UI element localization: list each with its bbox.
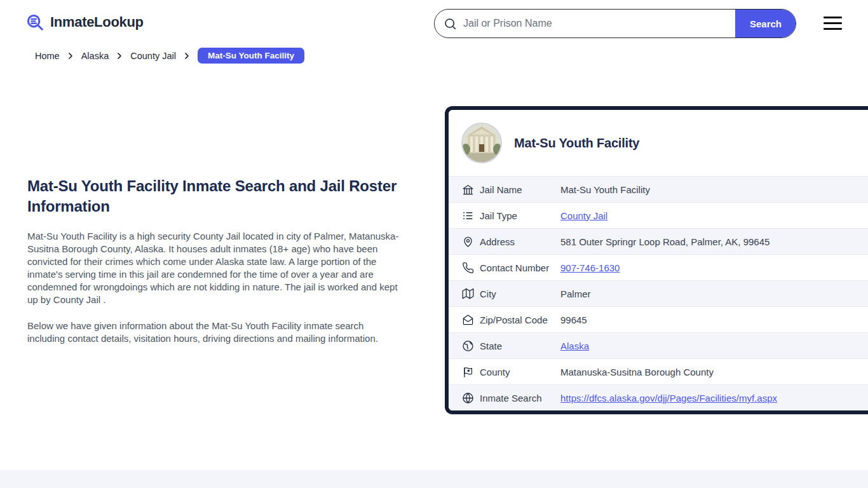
row-label: Inmate Search bbox=[480, 393, 560, 403]
county-value: Matanuska-Susitna Borough County bbox=[560, 367, 714, 377]
row-label: Jail Type bbox=[480, 210, 560, 221]
chevron-right-icon bbox=[183, 52, 191, 60]
table-row: Zip/Postal Code 99645 bbox=[449, 306, 868, 332]
footer-strip bbox=[0, 470, 868, 488]
list-icon bbox=[461, 209, 474, 222]
table-row: Jail Name Mat-Su Youth Facility bbox=[449, 176, 868, 202]
table-row: City Palmer bbox=[449, 280, 868, 306]
article-paragraph-2: Below we have given information about th… bbox=[27, 320, 403, 345]
jail-name-value: Mat-Su Youth Facility bbox=[560, 184, 650, 195]
row-label: Jail Name bbox=[480, 184, 560, 195]
row-label: Zip/Postal Code bbox=[480, 315, 560, 325]
search-bar: Search bbox=[434, 9, 796, 38]
article: Mat-Su Youth Facility Inmate Search and … bbox=[27, 176, 403, 345]
facility-card: Mat-Su Youth Facility Jail Name Mat-Su Y… bbox=[445, 106, 868, 414]
map-pin-icon bbox=[461, 235, 474, 248]
mail-icon bbox=[461, 313, 474, 326]
row-label: Address bbox=[480, 236, 560, 247]
facility-info-table: Jail Name Mat-Su Youth Facility Jail Typ… bbox=[449, 176, 868, 410]
jail-type-value[interactable]: County Jail bbox=[560, 210, 607, 221]
state-value[interactable]: Alaska bbox=[560, 341, 589, 351]
chevron-right-icon bbox=[67, 52, 74, 60]
facility-card-header: Mat-Su Youth Facility bbox=[449, 110, 868, 176]
table-row: State Alaska bbox=[449, 332, 868, 358]
contact-number-value[interactable]: 907-746-1630 bbox=[560, 262, 620, 273]
map-icon bbox=[461, 287, 474, 300]
breadcrumb-alaska[interactable]: Alaska bbox=[81, 51, 109, 61]
facility-title: Mat-Su Youth Facility bbox=[514, 136, 639, 151]
facility-building-photo bbox=[461, 123, 502, 163]
row-label: County bbox=[480, 367, 560, 377]
brand-name: InmateLookup bbox=[50, 14, 144, 30]
brand-logo[interactable]: InmateLookup bbox=[25, 13, 144, 32]
row-label: City bbox=[480, 288, 560, 299]
search-icon bbox=[444, 17, 457, 30]
table-row: Jail Type County Jail bbox=[449, 202, 868, 228]
phone-icon bbox=[461, 261, 474, 274]
bank-icon bbox=[461, 183, 474, 196]
table-row: County Matanuska-Susitna Borough County bbox=[449, 358, 868, 384]
breadcrumb-county-jail[interactable]: County Jail bbox=[130, 51, 176, 61]
city-value: Palmer bbox=[560, 288, 591, 299]
page-title: Mat-Su Youth Facility Inmate Search and … bbox=[27, 176, 403, 217]
zip-postal-code-value: 99645 bbox=[560, 315, 587, 325]
article-paragraph-1: Mat-Su Youth Facility is a high security… bbox=[27, 230, 403, 306]
row-label: State bbox=[480, 341, 560, 351]
search-input[interactable] bbox=[457, 18, 735, 29]
inmate-lookup-logo-icon bbox=[25, 13, 44, 32]
breadcrumb: Home Alaska County Jail Mat-Su Youth Fac… bbox=[35, 48, 304, 64]
breadcrumb-home[interactable]: Home bbox=[35, 51, 60, 61]
menu-icon[interactable] bbox=[824, 17, 842, 30]
table-row: Inmate Search https://dfcs.alaska.gov/dj… bbox=[449, 384, 868, 410]
table-row: Contact Number 907-746-1630 bbox=[449, 254, 868, 280]
row-label: Contact Number bbox=[480, 262, 560, 273]
web-icon bbox=[461, 391, 474, 404]
globe-icon bbox=[461, 339, 474, 352]
search-button[interactable]: Search bbox=[735, 9, 796, 38]
address-value: 581 Outer Springr Loop Road, Palmer, AK,… bbox=[560, 236, 770, 247]
breadcrumb-current-badge: Mat-Su Youth Facility bbox=[198, 48, 304, 64]
inmate-search-value[interactable]: https://dfcs.alaska.gov/djj/Pages/Facili… bbox=[560, 393, 777, 403]
flag-icon bbox=[461, 365, 474, 378]
table-row: Address 581 Outer Springr Loop Road, Pal… bbox=[449, 228, 868, 254]
chevron-right-icon bbox=[116, 52, 123, 60]
